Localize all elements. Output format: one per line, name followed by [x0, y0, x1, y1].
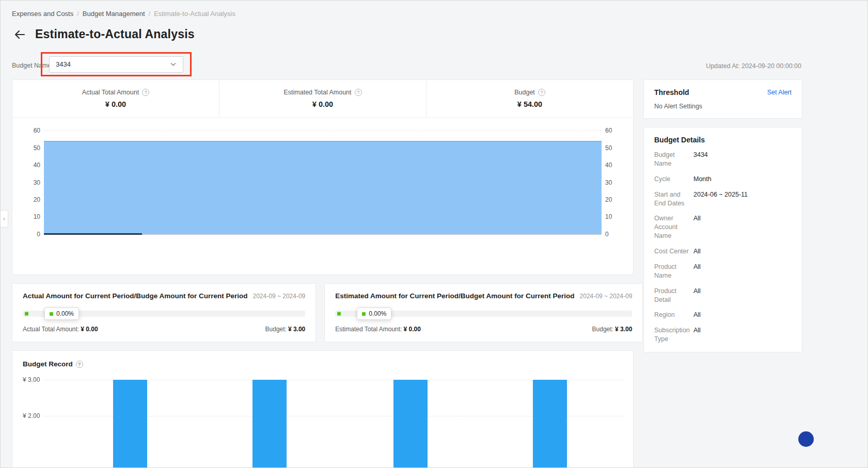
y-tick: 60: [23, 127, 40, 134]
progress-percent: 0.00%: [369, 310, 386, 317]
detail-label: Product Detail: [654, 287, 693, 304]
detail-row: Start and End Dates 2024-06 ~ 2025-11: [654, 190, 792, 208]
budget-text: Budget:¥ 3.00: [265, 326, 306, 333]
chevron-left-icon: ‹: [3, 215, 5, 222]
detail-row: Product Detail All: [654, 287, 792, 304]
chart-plot-area: [44, 131, 602, 234]
detail-label: Cost Center: [654, 247, 693, 256]
floating-help-button[interactable]: [798, 431, 814, 447]
stat-label: Budget ?: [514, 89, 545, 96]
help-icon[interactable]: ?: [142, 89, 149, 96]
y-axis-right: 60 50 40 30 20 10 0: [605, 131, 623, 234]
set-alert-link[interactable]: Set Alert: [767, 89, 792, 96]
stat-label-text: Estimated Total Amount: [283, 89, 351, 96]
breadcrumb-item-budget-management[interactable]: Budget Management: [83, 10, 145, 18]
footer-value: ¥ 0.00: [81, 326, 98, 333]
budget-text: Budget:¥ 3.00: [592, 326, 633, 333]
stat-value: ¥ 0.00: [105, 100, 126, 108]
detail-value: All: [693, 247, 792, 256]
threshold-header: Threshold Set Alert: [654, 88, 792, 96]
sidebar-collapse-handle[interactable]: ‹: [1, 210, 8, 228]
progress-percent: 0.00%: [56, 310, 74, 317]
stat-label-text: Budget: [514, 89, 535, 96]
page-header: Estimate-to-Actual Analysis: [13, 27, 195, 41]
threshold-empty-text: No Alert Settings: [654, 103, 792, 110]
detail-value: All: [693, 214, 792, 223]
arrow-left-icon: [13, 28, 26, 41]
detail-row: Region All: [654, 311, 792, 319]
annotation-highlight-box: 3434: [41, 52, 192, 76]
breadcrumb-separator: /: [77, 10, 79, 18]
record-y-tick: ¥ 2.00: [23, 412, 40, 419]
card-period: 2024-09 ~ 2024-09: [253, 293, 306, 300]
footer-value: ¥ 3.00: [288, 326, 305, 333]
gridline: [44, 131, 602, 131]
footer-value: ¥ 3.00: [615, 326, 632, 333]
estimate-to-actual-chart: 60 50 40 30 20 10 0 60 50 40 30 20 10 0: [23, 131, 623, 234]
stat-budget: Budget ? ¥ 54.00: [426, 80, 633, 117]
detail-label: Region: [654, 311, 693, 319]
card-header: Estimated Amount for Current Period/Budg…: [335, 292, 632, 300]
card-header: Actual Amount for Current Period/Budge A…: [23, 292, 305, 300]
card-title: Actual Amount for Current Period/Budge A…: [23, 292, 248, 300]
y-tick: 40: [23, 162, 40, 169]
help-icon[interactable]: ?: [76, 361, 83, 368]
detail-value: All: [693, 263, 792, 271]
back-button[interactable]: [13, 28, 26, 41]
detail-value: All: [693, 287, 792, 296]
y-tick: 30: [23, 179, 40, 186]
y-tick: 60: [605, 127, 623, 134]
actual-vs-budget-card: Actual Amount for Current Period/Budge A…: [12, 283, 316, 342]
help-icon[interactable]: ?: [538, 89, 545, 96]
help-icon[interactable]: ?: [355, 89, 362, 96]
updated-at-text: Updated At: 2024-09-20 00:00:00: [706, 62, 801, 70]
actual-total-amount-series: [44, 233, 142, 235]
progress-tooltip: 0.00%: [44, 308, 79, 320]
actual-total-amount-text: Actual Total Amount:¥ 0.00: [23, 326, 98, 333]
budget-record-bar: [113, 380, 147, 468]
card-footer: Estimated Total Amount:¥ 0.00 Budget:¥ 3…: [335, 326, 632, 333]
y-tick: 0: [23, 231, 40, 238]
stat-label: Estimated Total Amount ?: [283, 89, 361, 96]
stat-value: ¥ 54.00: [517, 100, 542, 108]
progress-marker: [25, 312, 28, 316]
detail-value: All: [693, 311, 792, 319]
detail-row: Owner Account Name All: [654, 214, 792, 240]
budget-record-title-text: Budget Record: [23, 360, 73, 368]
detail-label: Owner Account Name: [654, 214, 693, 240]
threshold-card: Threshold Set Alert No Alert Settings: [643, 79, 802, 119]
breadcrumb-separator: /: [149, 10, 151, 18]
footer-label: Estimated Total Amount:: [335, 326, 402, 333]
side-panel: Threshold Set Alert No Alert Settings Bu…: [643, 79, 802, 352]
card-title: Estimated Amount for Current Period/Budg…: [335, 292, 574, 300]
detail-label: Start and End Dates: [654, 190, 693, 208]
y-tick: 20: [23, 196, 40, 203]
trend-chart-card: Actual Total Amount ? ¥ 0.00 Estimated T…: [12, 79, 634, 275]
page-title: Estimate-to-Actual Analysis: [35, 27, 195, 41]
budget-area-series: [44, 141, 602, 234]
estimated-total-amount-text: Estimated Total Amount:¥ 0.00: [335, 326, 421, 333]
detail-value: 2024-06 ~ 2025-11: [693, 190, 792, 199]
budget-name-select[interactable]: 3434: [49, 56, 183, 73]
series-swatch: [50, 312, 53, 316]
y-axis-left: 60 50 40 30 20 10 0: [23, 131, 40, 234]
stat-label-text: Actual Total Amount: [82, 89, 139, 96]
budget-record-bar: [533, 380, 567, 468]
detail-row: Product Name All: [654, 263, 792, 280]
y-tick: 0: [605, 231, 623, 238]
y-tick: 50: [23, 144, 40, 152]
budget-details-card: Budget Details Budget Name 3434 Cycle Mo…: [643, 127, 802, 352]
stat-value: ¥ 0.00: [312, 100, 333, 108]
y-tick: 30: [605, 179, 623, 186]
detail-value: 3434: [693, 151, 792, 159]
detail-row: Budget Name 3434: [654, 151, 792, 168]
budget-details-title: Budget Details: [654, 136, 792, 144]
breadcrumb: Expenses and Costs / Budget Management /…: [12, 10, 235, 18]
breadcrumb-item-expenses-and-costs[interactable]: Expenses and Costs: [12, 10, 73, 18]
budget-record-bar: [252, 380, 287, 468]
breadcrumb-item-current: Estimate-to-Actual Analysis: [154, 10, 235, 18]
footer-value: ¥ 0.00: [403, 326, 420, 333]
estimate-to-actual-page: Expenses and Costs / Budget Management /…: [0, 0, 868, 468]
y-tick: 50: [605, 144, 623, 152]
summary-stats-row: Actual Total Amount ? ¥ 0.00 Estimated T…: [12, 80, 633, 118]
